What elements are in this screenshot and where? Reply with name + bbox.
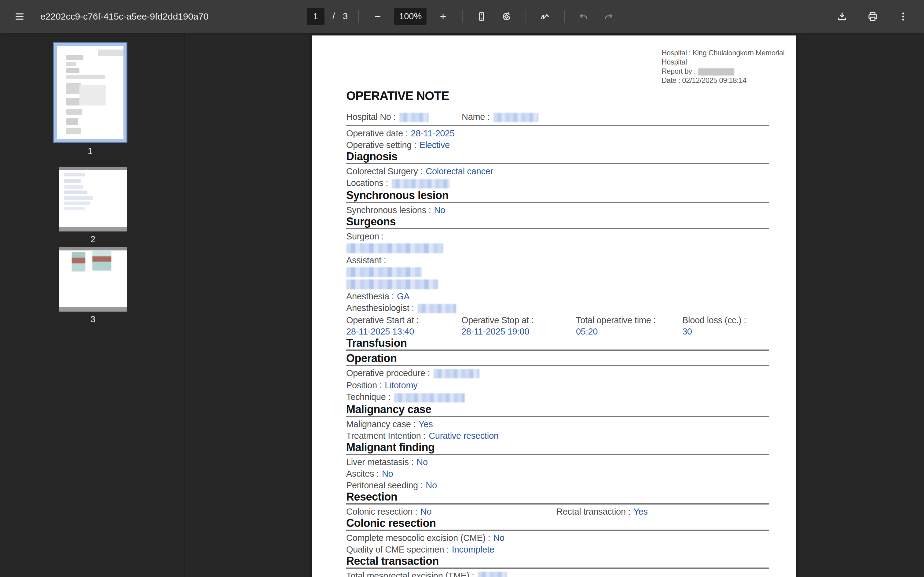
field-label: Total mesorectal excision (TME) :: [346, 571, 474, 577]
page-total: 3: [343, 11, 348, 21]
thumbnail-image-smudge: [92, 250, 111, 271]
page-thumbnail-2[interactable]: [59, 167, 127, 232]
field-row: Complete mesocolic excision (CME) :No: [346, 533, 769, 542]
section-rule: [346, 454, 769, 455]
annotate-icon[interactable]: [537, 8, 554, 25]
toolbar-separator: [462, 10, 463, 23]
section-heading: Malignant finding: [346, 442, 769, 453]
section-rule: [346, 365, 769, 366]
thumbnail-page-edge: [59, 307, 127, 311]
field-pair-row: Colonic resection :NoRectal transaction …: [346, 507, 769, 516]
report-date-line: Date : 02/12/2025 09:18:14: [662, 76, 808, 85]
pdf-viewer-toolbar: e2202cc9-c76f-415c-a5ee-9fd2dd190a70 / 3…: [0, 0, 924, 33]
section-heading: Resection: [346, 491, 769, 503]
thumbnail-page-preview: [59, 247, 127, 311]
field-label: Assistant :: [346, 255, 386, 265]
field-value: 28-11-2025 13:40: [346, 327, 461, 336]
field-label: Treatment Intention :: [346, 431, 426, 441]
field-label: Operative Stop at :: [461, 316, 576, 325]
thumbnail-content-smudge: [64, 179, 81, 183]
section-heading: Synchronous lesion: [346, 190, 769, 201]
field-value: Yes: [633, 507, 648, 516]
field-row: Synchronous lesions :No: [346, 206, 769, 214]
field-label: Operative date :: [346, 129, 408, 138]
redacted-value-line: [346, 243, 443, 253]
redo-icon[interactable]: [600, 8, 617, 25]
redacted-report-author: [698, 68, 734, 76]
thumbnail-page-number: 1: [53, 146, 127, 156]
thumbnail-content-smudge: [66, 109, 82, 114]
thumbnail-page-edge: [59, 167, 127, 170]
thumbnail-content-smudge: [79, 85, 106, 105]
fit-page-icon[interactable]: [473, 8, 490, 25]
section-heading: Colonic resection: [346, 517, 769, 529]
field-label: Position :: [346, 380, 382, 390]
field-label: Complete mesocolic excision (CME) :: [346, 533, 490, 543]
field-value: No: [426, 480, 437, 490]
rotate-icon[interactable]: [498, 8, 515, 25]
thumbnail-page-number: 2: [56, 234, 130, 244]
thumbnail-content-smudge: [98, 50, 124, 56]
field-row: Quality of CME specimen :Incomplete: [346, 545, 769, 554]
print-icon[interactable]: [864, 8, 881, 25]
field-value: 28-11-2025: [411, 129, 455, 138]
field-label: Locations :: [346, 178, 388, 188]
page-thumbnail-3[interactable]: [59, 247, 127, 311]
field-row: Anesthesia :GA: [346, 292, 769, 301]
download-icon[interactable]: [834, 8, 851, 25]
redacted-value-line: [346, 279, 438, 289]
field-label: Rectal transaction :: [556, 507, 630, 516]
redacted-value: [478, 572, 507, 577]
more-icon[interactable]: [895, 8, 912, 25]
field-row: Operative date :28-11-2025: [346, 129, 769, 138]
redacted-patient-name: [493, 113, 538, 122]
section-rule: [346, 228, 769, 229]
section-rule: [346, 503, 769, 504]
thumbnail-image-smudge: [72, 252, 85, 272]
field-row: Operative procedure :: [346, 369, 769, 378]
field-row: Locations :: [346, 179, 769, 188]
zoom-out-button[interactable]: −: [369, 8, 386, 25]
patient-identity-row: Hospital No : Name :: [346, 112, 769, 122]
field-label: Malignancy case :: [346, 419, 416, 429]
zoom-in-button[interactable]: +: [434, 8, 452, 25]
document-header: Hospital : King Chulalongkorn Memorial H…: [662, 48, 808, 85]
field-value: GA: [397, 292, 410, 301]
section-rule: [346, 202, 769, 203]
undo-icon[interactable]: [575, 8, 592, 25]
section-heading: Diagnosis: [346, 151, 769, 162]
thumbnail-content-smudge: [64, 190, 87, 194]
thumbnail-content-smudge: [66, 118, 78, 125]
thumbnail-content-smudge: [64, 201, 90, 205]
field-value: 30: [682, 327, 769, 336]
section-rule: [346, 530, 769, 531]
field-label: Surgeon :: [346, 232, 384, 241]
field-value: 05:20: [576, 327, 682, 336]
zoom-level-input[interactable]: [394, 8, 427, 25]
field-label: Operative Start at :: [346, 316, 461, 325]
field-label: Quality of CME specimen :: [346, 545, 449, 554]
field-row: Colorectal Surgery :Colorectal cancer: [346, 167, 769, 176]
section-heading: Malignancy case: [346, 404, 769, 415]
page-number-input[interactable]: [307, 8, 325, 25]
section-heading: Rectal transaction: [346, 555, 769, 567]
field-label: Total operative time :: [576, 316, 682, 325]
field-label: Technique :: [346, 392, 390, 402]
field-label: Synchronous lesions :: [346, 205, 431, 215]
thumbnail-content-smudge: [64, 185, 84, 189]
redacted-value: [394, 393, 465, 402]
redacted-value: [434, 369, 479, 378]
menu-icon[interactable]: [11, 8, 28, 25]
section-heading: Surgeons: [346, 216, 769, 227]
thumbnail-content-smudge: [64, 207, 85, 210]
field-row: Treatment Intention :Curative resection: [346, 432, 769, 440]
page-thumbnail-1[interactable]: [53, 42, 127, 143]
section-rule: [346, 350, 769, 351]
pdf-page-1: Hospital : King Chulalongkorn Memorial H…: [312, 35, 796, 577]
field-value: Curative resection: [429, 431, 498, 441]
field-row: Malignancy case :Yes: [346, 420, 769, 429]
field-value: Incomplete: [452, 545, 494, 554]
hospital-no-label: Hospital No :: [346, 112, 396, 122]
field-label-row: Surgeon :: [346, 232, 769, 253]
field-cell: Rectal transaction :Yes: [556, 507, 769, 516]
